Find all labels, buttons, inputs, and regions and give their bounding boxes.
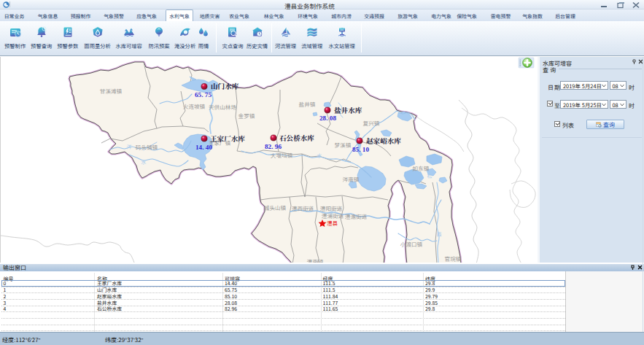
svg-text:澧澹街道: 澧澹街道	[345, 212, 368, 220]
svg-text:复兴镇: 复兴镇	[363, 119, 380, 127]
svg-text:大堰垱镇: 大堰垱镇	[271, 151, 293, 159]
svg-text:码头铺镇: 码头铺镇	[136, 143, 158, 151]
svg-text:石公桥水库: 石公桥水库	[279, 133, 314, 143]
svg-text:天供山林场: 天供山林场	[209, 103, 236, 111]
svg-text:西: 西	[437, 230, 442, 238]
svg-text:澧县: 澧县	[327, 219, 338, 227]
svg-text:水: 水	[141, 158, 147, 166]
svg-text:如东镇: 如东镇	[413, 164, 430, 172]
svg-text:水: 水	[329, 209, 334, 216]
svg-text:山门水库: 山门水库	[211, 81, 239, 91]
svg-text:松: 松	[427, 172, 432, 179]
svg-text:澧西街道: 澧西街道	[292, 204, 314, 212]
svg-text:赵家峪水库: 赵家峪水库	[366, 136, 401, 146]
svg-text:涔南镇: 涔南镇	[343, 175, 360, 183]
svg-text:火连坡镇: 火连坡镇	[183, 102, 206, 110]
svg-text:王家厂水库: 王家厂水库	[210, 133, 245, 144]
svg-text:小渡口镇: 小渡口镇	[400, 240, 423, 248]
svg-text:65. 75: 65. 75	[195, 89, 212, 99]
svg-text:盐井镇: 盐井镇	[299, 100, 316, 108]
svg-text:14. 40: 14. 40	[195, 142, 212, 152]
svg-text:城头山镇: 城头山镇	[264, 203, 287, 212]
svg-text:官垸镇: 官垸镇	[445, 255, 462, 263]
svg-text:金罗镇: 金罗镇	[238, 112, 255, 120]
svg-text:82. 96: 82. 96	[265, 141, 282, 151]
svg-text:盐井水库: 盐井水库	[334, 105, 362, 115]
svg-text:梦溪镇: 梦溪镇	[335, 141, 352, 149]
svg-text:甘溪滩镇: 甘溪滩镇	[100, 87, 123, 95]
svg-text:涔: 涔	[127, 143, 132, 150]
svg-text:水: 水	[317, 152, 322, 159]
svg-text:85. 10: 85. 10	[352, 144, 369, 154]
svg-text:28. 08: 28. 08	[319, 112, 336, 123]
